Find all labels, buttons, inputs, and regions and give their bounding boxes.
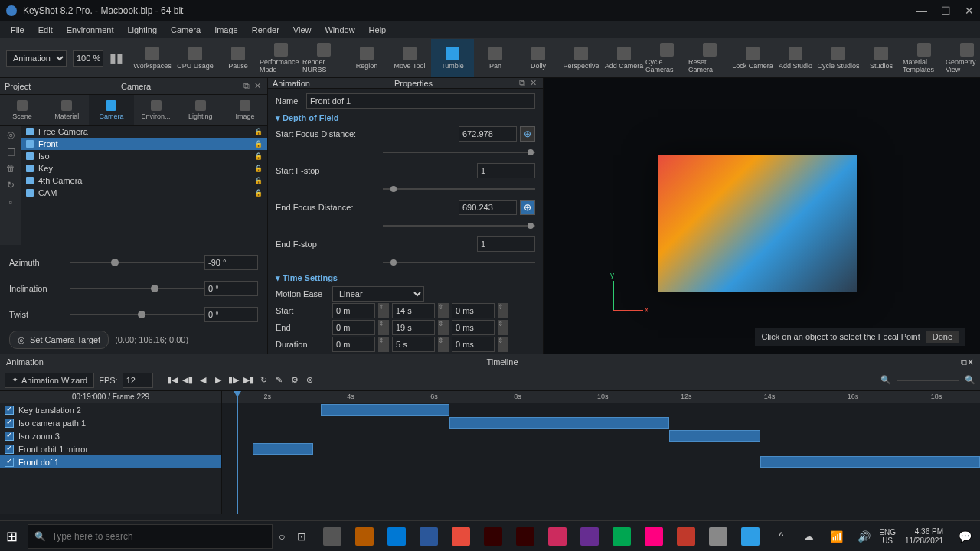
- taskbar-app-10[interactable]: [639, 521, 669, 552]
- twist-slider[interactable]: [70, 308, 204, 321]
- dur-ms-input[interactable]: [452, 337, 495, 352]
- lock-icon[interactable]: 🔒: [254, 152, 263, 160]
- start-focus-slider[interactable]: [383, 146, 535, 158]
- camera-add-icon[interactable]: ◎: [2, 127, 20, 142]
- taskbar-app-12[interactable]: [703, 521, 733, 552]
- start-focus-pick-icon[interactable]: ⊕: [520, 126, 535, 142]
- track-key-translation-2[interactable]: Key translation 2: [0, 403, 221, 416]
- taskbar-app-1[interactable]: [349, 521, 380, 552]
- menu-environment[interactable]: Environment: [60, 24, 120, 36]
- animation-name-input[interactable]: [306, 93, 535, 109]
- taskbar-app-4[interactable]: [446, 521, 476, 552]
- tray-up-icon[interactable]: ^: [769, 524, 793, 549]
- toolbar-cycle-studios[interactable]: Cycle Studios: [817, 39, 860, 77]
- close-panel-icon[interactable]: ✕: [252, 81, 263, 91]
- animation-bar[interactable]: [449, 417, 669, 429]
- toolbar-workspaces[interactable]: Workspaces: [131, 39, 174, 77]
- lock-icon[interactable]: 🔒: [254, 189, 263, 197]
- taskbar-app-11[interactable]: [671, 521, 701, 552]
- toolbar-region[interactable]: Region: [345, 39, 388, 77]
- camera-reset-icon[interactable]: ↻: [2, 178, 20, 193]
- taskbar-search[interactable]: 🔍 Type here to search: [28, 524, 273, 549]
- camera-item-key[interactable]: Key🔒: [21, 162, 267, 174]
- track-iso-camera-path-1[interactable]: Iso camera path 1: [0, 416, 221, 429]
- toolbar-perspective[interactable]: Perspective: [560, 39, 603, 77]
- camera-item-cam[interactable]: CAM🔒: [21, 187, 267, 199]
- track-iso-zoom-3[interactable]: Iso zoom 3: [0, 429, 221, 442]
- settings-icon[interactable]: ⚙: [288, 373, 302, 387]
- toolbar-pan[interactable]: Pan: [474, 39, 517, 77]
- project-tab-material[interactable]: Material: [44, 95, 89, 125]
- track-row[interactable]: [222, 455, 980, 468]
- project-tab-environ[interactable]: Environ...: [134, 95, 178, 125]
- track-row[interactable]: [222, 442, 980, 455]
- camera-item-free-camera[interactable]: Free Camera🔒: [21, 126, 267, 138]
- notifications-icon[interactable]: 💬: [952, 524, 977, 549]
- azimuth-slider[interactable]: [70, 256, 204, 269]
- start-focus-input[interactable]: [459, 126, 517, 142]
- lock-icon[interactable]: 🔒: [254, 177, 263, 184]
- dur-s-input[interactable]: [392, 337, 435, 352]
- cortana-icon[interactable]: ○: [273, 524, 292, 549]
- menu-view[interactable]: View: [287, 24, 318, 36]
- menu-image[interactable]: Image: [208, 24, 244, 36]
- key-icon[interactable]: ✎: [273, 373, 286, 387]
- taskbar-app-7[interactable]: [542, 521, 573, 552]
- taskbar-app-8[interactable]: [574, 521, 605, 552]
- start-s-input[interactable]: [392, 303, 435, 318]
- track-checkbox[interactable]: [5, 432, 14, 441]
- animation-bar[interactable]: [321, 404, 449, 416]
- set-camera-target-button[interactable]: ◎ Set Camera Target: [9, 331, 109, 349]
- lock-icon[interactable]: 🔒: [254, 140, 263, 148]
- timeline-zoom-slider[interactable]: [897, 380, 959, 381]
- zoom-input[interactable]: [73, 50, 103, 67]
- play-icon[interactable]: ▶: [211, 373, 225, 387]
- toolbar-geometry-view[interactable]: Geometry View: [946, 39, 980, 77]
- zoom-in-icon[interactable]: 🔍: [965, 375, 975, 385]
- toolbar-cpu-usage[interactable]: CPU Usage: [174, 39, 217, 77]
- pause-icon[interactable]: ▮▮: [109, 51, 123, 65]
- menu-render[interactable]: Render: [246, 24, 286, 36]
- taskbar-app-9[interactable]: [606, 521, 637, 552]
- maximize-button[interactable]: ☐: [941, 5, 951, 17]
- task-view-icon[interactable]: ⊡: [292, 524, 311, 549]
- project-tab-image[interactable]: Image: [223, 95, 267, 125]
- toolbar-studios[interactable]: Studios: [860, 39, 903, 77]
- track-row[interactable]: [222, 429, 980, 442]
- menu-file[interactable]: File: [5, 24, 31, 36]
- menu-edit[interactable]: Edit: [32, 24, 59, 36]
- end-focus-slider[interactable]: [383, 220, 535, 232]
- camera-folder-icon[interactable]: ▫: [2, 194, 20, 210]
- start-m-input[interactable]: [332, 303, 375, 318]
- project-tab-camera[interactable]: Camera: [89, 95, 133, 125]
- done-button[interactable]: Done: [926, 331, 959, 343]
- toolbar-pause[interactable]: Pause: [217, 39, 260, 77]
- track-checkbox[interactable]: [5, 419, 14, 428]
- toolbar-tumble[interactable]: Tumble: [431, 39, 474, 77]
- taskbar-app-0[interactable]: [317, 521, 348, 552]
- toolbar-cycle-cameras[interactable]: Cycle Cameras: [645, 39, 688, 77]
- toolbar-performance-mode[interactable]: Performance Mode: [260, 39, 302, 77]
- zoom-out-icon[interactable]: 🔍: [880, 375, 891, 385]
- end-focus-input[interactable]: [459, 200, 517, 215]
- render-viewport[interactable]: y x Click on an object to select the Foc…: [544, 78, 980, 354]
- toolbar-material-templates[interactable]: Material Templates: [903, 39, 946, 77]
- taskbar-app-13[interactable]: [735, 521, 766, 552]
- onedrive-icon[interactable]: ☁: [796, 524, 821, 549]
- lock-icon[interactable]: 🔒: [254, 165, 263, 172]
- camera-item-front[interactable]: Front🔒: [21, 138, 267, 150]
- dof-section-header[interactable]: Depth of Field: [276, 113, 535, 123]
- undock-props-icon[interactable]: ⧉: [517, 78, 528, 88]
- azimuth-value[interactable]: -90 °: [204, 255, 258, 270]
- wifi-icon[interactable]: 📶: [824, 524, 848, 549]
- toolbar-dolly[interactable]: Dolly: [517, 39, 560, 77]
- camera-copy-icon[interactable]: ◫: [2, 144, 20, 159]
- end-m-input[interactable]: [332, 320, 375, 335]
- undock-timeline-icon[interactable]: ⧉: [961, 357, 967, 367]
- track-checkbox[interactable]: [5, 458, 14, 467]
- animation-bar[interactable]: [253, 443, 313, 455]
- start-ms-input[interactable]: [452, 303, 495, 318]
- volume-icon[interactable]: 🔊: [851, 524, 876, 549]
- menu-camera[interactable]: Camera: [165, 24, 207, 36]
- track-front-orbit-1-mirror[interactable]: Front orbit 1 mirror: [0, 442, 221, 455]
